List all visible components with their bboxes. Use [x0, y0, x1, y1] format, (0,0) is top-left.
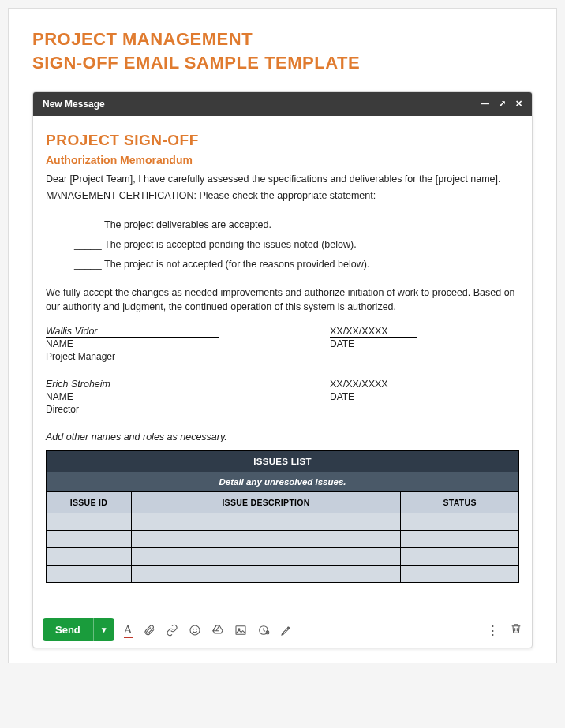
minimize-icon[interactable]: —	[481, 99, 489, 108]
svg-rect-3	[236, 625, 245, 634]
option-pending: The project is accepted pending the issu…	[74, 235, 519, 255]
col-issue-id: ISSUE ID	[47, 492, 132, 513]
option-accepted: The project deliverables are accepted.	[74, 215, 519, 235]
issues-title: ISSUES LIST	[47, 451, 519, 472]
send-button[interactable]: Send ▼	[43, 618, 114, 641]
issues-subtitle: Detail any unresolved issues.	[47, 472, 519, 492]
issues-table: ISSUES LIST Detail any unresolved issues…	[46, 450, 519, 583]
send-label[interactable]: Send	[43, 618, 93, 641]
signatory-date: XX/XX/XXXX	[330, 326, 417, 338]
send-dropdown[interactable]: ▼	[93, 618, 114, 641]
option-not-accepted: The project is not accepted (for the rea…	[74, 255, 519, 274]
greeting-text: Dear [Project Team], I have carefully as…	[46, 171, 519, 205]
compose-body: PROJECT SIGN-OFF Authorization Memorandu…	[33, 116, 532, 592]
signatory-date: XX/XX/XXXX	[330, 379, 417, 390]
drive-icon[interactable]	[211, 624, 224, 637]
compose-footer: Send ▼ A	[33, 610, 532, 648]
signoff-title: PROJECT SIGN-OFF	[46, 132, 519, 149]
table-row	[47, 513, 519, 531]
emoji-icon[interactable]	[189, 624, 201, 637]
signatory-block: Wallis Vidor NAME Project Manager XX/XX/…	[46, 326, 519, 363]
svg-point-0	[190, 625, 200, 635]
col-issue-desc: ISSUE DESCRIPTION	[131, 492, 400, 513]
main-title-line2: SIGN-OFF EMAIL SAMPLE TEMPLATE	[32, 53, 533, 73]
date-label: DATE	[330, 390, 519, 403]
compose-window: New Message — ⤢ ✕ PROJECT SIGN-OFF Autho…	[32, 91, 533, 649]
name-label: NAME	[46, 338, 330, 350]
confidential-icon[interactable]	[257, 624, 270, 637]
svg-point-1	[193, 629, 193, 629]
pen-icon[interactable]	[280, 624, 293, 637]
format-icon[interactable]: A	[124, 624, 133, 636]
more-icon[interactable]: ⋮	[487, 623, 499, 637]
document-page: PROJECT MANAGEMENT SIGN-OFF EMAIL SAMPLE…	[8, 8, 557, 663]
link-icon[interactable]	[166, 624, 178, 637]
memo-title: Authorization Memorandum	[46, 154, 519, 166]
toolbar-icons: A	[124, 624, 293, 637]
expand-icon[interactable]: ⤢	[499, 99, 506, 108]
role-label: Director	[46, 403, 330, 416]
signatory-name: Erich Stroheim	[46, 379, 219, 390]
signatory-block: Erich Stroheim NAME Director XX/XX/XXXX …	[46, 379, 519, 416]
name-label: NAME	[46, 390, 330, 403]
image-icon[interactable]	[234, 624, 247, 637]
main-title-line1: PROJECT MANAGEMENT	[32, 29, 533, 50]
certification-options: The project deliverables are accepted. T…	[74, 215, 519, 274]
trash-icon[interactable]	[510, 622, 522, 637]
table-row	[47, 566, 519, 583]
signatory-name: Wallis Vidor	[46, 326, 219, 338]
svg-point-2	[196, 629, 196, 629]
col-status: STATUS	[401, 492, 519, 513]
add-names-note: Add other names and roles as necessary.	[46, 431, 519, 442]
attach-icon[interactable]	[143, 624, 155, 637]
table-row	[47, 548, 519, 566]
close-icon[interactable]: ✕	[515, 99, 522, 108]
window-controls: — ⤢ ✕	[481, 99, 522, 108]
compose-header: New Message — ⤢ ✕	[33, 92, 532, 116]
acceptance-text: We fully accept the changes as needed im…	[46, 286, 519, 314]
compose-header-label: New Message	[43, 99, 105, 110]
role-label: Project Manager	[46, 350, 330, 363]
table-row	[47, 531, 519, 548]
date-label: DATE	[330, 338, 519, 350]
